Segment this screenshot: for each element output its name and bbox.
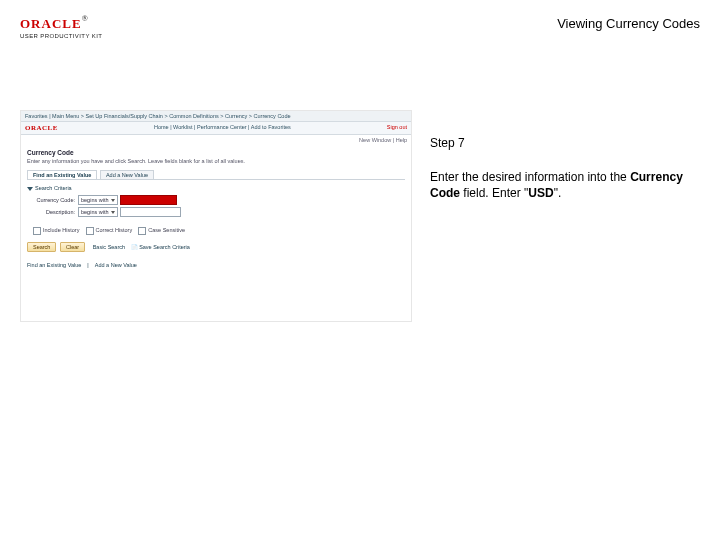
footer-links: Find an Existing Value|Add a New Value bbox=[27, 262, 405, 268]
aux-links: New Window | Help bbox=[21, 135, 411, 145]
chk-correct-history[interactable] bbox=[86, 227, 94, 235]
tab-strip: Find an Existing Value Add a New Value bbox=[27, 170, 405, 180]
product-subtitle: USER PRODUCTIVITY KIT bbox=[20, 33, 700, 39]
checkbox-row: Include History Correct History Case Sen… bbox=[21, 224, 411, 238]
instruction-pane: Step 7 Enter the desired information int… bbox=[430, 135, 690, 202]
instruction-body: Enter the desired information into the C… bbox=[430, 169, 690, 201]
section-title: Currency Code bbox=[21, 145, 411, 158]
chevron-down-icon bbox=[111, 199, 115, 202]
description-input[interactable] bbox=[120, 207, 181, 217]
op-currency-code[interactable]: begins with bbox=[78, 195, 118, 205]
search-criteria-heading: Search Criteria bbox=[27, 185, 405, 191]
chk-include-history[interactable] bbox=[33, 227, 41, 235]
label-description: Description: bbox=[27, 209, 78, 215]
step-label: Step 7 bbox=[430, 135, 690, 151]
section-hint: Enter any information you have and click… bbox=[21, 158, 411, 168]
mini-oracle-logo: ORACLE bbox=[25, 124, 58, 132]
page-title: Viewing Currency Codes bbox=[557, 16, 700, 31]
search-button[interactable]: Search bbox=[27, 242, 56, 252]
save-criteria-link[interactable]: 📄 Save Search Criteria bbox=[131, 244, 190, 250]
signout-link[interactable]: Sign out bbox=[387, 124, 407, 130]
label-currency-code: Currency Code: bbox=[27, 197, 78, 203]
chk-case-sensitive[interactable] bbox=[138, 227, 146, 235]
basic-search-link[interactable]: Basic Search bbox=[93, 244, 125, 250]
app-screenshot: Favorites | Main Menu > Set Up Financial… bbox=[20, 110, 412, 322]
chevron-down-icon bbox=[111, 211, 115, 214]
triangle-down-icon bbox=[27, 187, 33, 191]
footer-find-existing[interactable]: Find an Existing Value bbox=[27, 262, 81, 268]
subnav-links: Home | Worklist | Performance Center | A… bbox=[58, 124, 387, 132]
op-description[interactable]: begins with bbox=[78, 207, 118, 217]
tab-add-new[interactable]: Add a New Value bbox=[100, 170, 154, 179]
footer-add-new[interactable]: Add a New Value bbox=[95, 262, 137, 268]
breadcrumb: Favorites | Main Menu > Set Up Financial… bbox=[21, 111, 411, 122]
clear-button[interactable]: Clear bbox=[60, 242, 85, 252]
currency-code-input[interactable] bbox=[120, 195, 177, 205]
tab-find-existing[interactable]: Find an Existing Value bbox=[27, 170, 97, 179]
